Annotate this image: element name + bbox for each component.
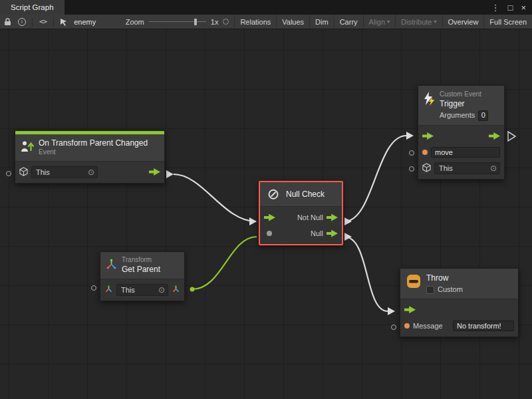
name-input-port[interactable]: [409, 150, 414, 156]
maximize-icon[interactable]: □: [508, 3, 513, 12]
node-category: Transform: [122, 256, 160, 265]
zoom-value: 1x: [211, 18, 219, 26]
control-output-arrow-icon[interactable]: [149, 168, 160, 176]
window-controls: ⋮ □ ×: [491, 0, 532, 15]
transform-parent-changed-icon: [21, 140, 34, 155]
custom-event-lightning-icon: [424, 92, 435, 108]
graph-pointer-icon: [57, 15, 71, 29]
values-button[interactable]: Values: [276, 15, 309, 29]
transform-port-icon: [104, 285, 113, 295]
object-picker-icon[interactable]: ⊙: [158, 286, 165, 294]
dim-button[interactable]: Dim: [309, 15, 334, 29]
node-title: Get Parent: [122, 265, 160, 275]
null-check-icon: ⊘: [265, 186, 281, 202]
kebab-menu-icon[interactable]: ⋮: [491, 3, 500, 12]
node-trigger-custom-event[interactable]: Custom Event Trigger Arguments 0 move: [418, 85, 505, 180]
not-null-port-label: Not Null: [297, 213, 323, 221]
node-title: On Transform Parent Changed: [39, 138, 148, 148]
code-icon[interactable]: <>: [35, 17, 51, 26]
string-value-port[interactable]: [404, 323, 410, 329]
this-input-port[interactable]: [91, 285, 96, 291]
script-graph-window: Script Graph ⋮ □ × i <> enemy Zoom 1x: [0, 0, 532, 399]
control-input-arrow-icon[interactable]: [422, 132, 434, 140]
node-category: Custom Event: [440, 90, 488, 99]
full-screen-button[interactable]: Full Screen: [483, 15, 532, 29]
node-title: Trigger: [440, 99, 488, 109]
arguments-label: Arguments: [440, 111, 475, 120]
message-input-port[interactable]: [391, 325, 396, 330]
this-input-port[interactable]: [6, 171, 11, 176]
graph-toolbar: i <> enemy Zoom 1x Relations Values Dim …: [0, 15, 532, 29]
tab-bar: Script Graph ⋮ □ ×: [0, 0, 532, 15]
toolbar-buttons: Relations Values Dim Carry Align▾ Distri…: [234, 15, 532, 29]
null-port-label: Null: [311, 229, 323, 237]
custom-checkbox[interactable]: [426, 286, 434, 294]
this-dropdown[interactable]: This ⊙: [434, 162, 500, 174]
toolbar-separator: [53, 17, 54, 27]
node-title: Null Check: [286, 190, 325, 199]
graph-name-label: enemy: [74, 18, 96, 26]
distribute-button: Distribute▾: [395, 15, 442, 29]
zoom-reset-icon[interactable]: [223, 19, 229, 25]
relations-button[interactable]: Relations: [234, 15, 276, 29]
gameobject-cube-icon: [19, 167, 28, 178]
node-on-transform-parent-changed[interactable]: On Transform Parent Changed Event This ⊙: [15, 130, 165, 184]
node-throw[interactable]: Throw Custom Message No transform!: [400, 268, 519, 337]
node-subtitle: Event: [39, 148, 148, 157]
control-output-arrow-icon[interactable]: [327, 214, 338, 221]
caret-down-icon: ▾: [387, 19, 390, 25]
event-name-field[interactable]: move: [431, 147, 500, 158]
carry-button[interactable]: Carry: [334, 15, 363, 29]
gameobject-cube-icon: [422, 163, 431, 174]
node-null-check[interactable]: ⊘ Null Check Not Null Null: [259, 181, 343, 245]
object-picker-icon[interactable]: ⊙: [88, 168, 94, 176]
message-field[interactable]: No transform!: [453, 321, 514, 331]
value-input-port[interactable]: [267, 231, 272, 236]
this-dropdown[interactable]: This ⊙: [116, 284, 168, 296]
throw-exception-icon: [406, 273, 422, 291]
lock-icon[interactable]: [0, 15, 15, 29]
target-input-port[interactable]: [409, 166, 414, 172]
node-title: Throw: [426, 273, 463, 283]
tab-script-graph[interactable]: Script Graph: [0, 0, 65, 15]
control-input-arrow-icon[interactable]: [264, 214, 275, 221]
info-icon[interactable]: i: [15, 15, 29, 29]
node-get-parent[interactable]: Transform Get Parent This ⊙: [100, 251, 185, 301]
transform-output-port-icon[interactable]: [172, 285, 180, 295]
control-output-arrow-icon[interactable]: [327, 230, 338, 237]
message-label: Message: [413, 322, 443, 330]
control-output-arrow-icon[interactable]: [489, 132, 500, 140]
custom-checkbox-label: Custom: [438, 285, 463, 295]
zoom-label: Zoom: [126, 18, 144, 26]
control-input-arrow-icon[interactable]: [404, 306, 416, 313]
close-icon[interactable]: ×: [521, 3, 526, 12]
overview-button[interactable]: Overview: [442, 15, 484, 29]
toolbar-separator: [32, 17, 33, 27]
object-picker-icon[interactable]: ⊙: [490, 164, 497, 172]
string-value-port[interactable]: [422, 150, 428, 155]
zoom-slider-handle[interactable]: [194, 19, 197, 25]
caret-down-icon: ▾: [434, 19, 437, 25]
zoom-slider[interactable]: [149, 18, 206, 26]
arguments-field[interactable]: 0: [478, 110, 488, 121]
transform-icon: [106, 259, 117, 271]
zoom-slider-track: [149, 21, 206, 22]
align-button: Align▾: [363, 15, 395, 29]
this-dropdown[interactable]: This ⊙: [31, 166, 98, 178]
tab-title: Script Graph: [11, 3, 54, 11]
